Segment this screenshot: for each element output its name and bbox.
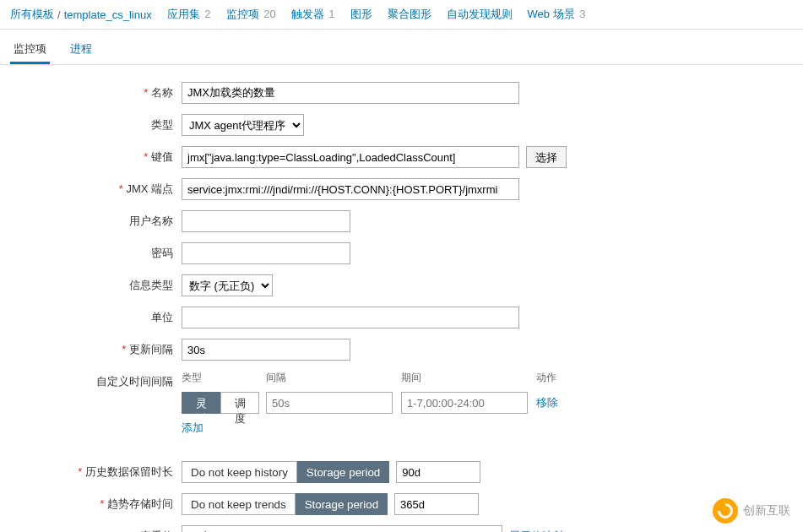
header-nav: 所有模板 / template_cs_linux 应用集 2 监控项 20 触发… (0, 0, 803, 30)
label-name: 名称 (0, 82, 182, 100)
label-interval: 更新间隔 (0, 339, 182, 357)
input-username[interactable] (182, 210, 350, 232)
nav-discovery[interactable]: 自动发现规则 (447, 7, 513, 22)
select-show-value[interactable]: 不变 (182, 525, 502, 532)
nav-triggers[interactable]: 触发器 1 (291, 7, 335, 22)
breadcrumb-all-templates[interactable]: 所有模板 (10, 7, 54, 22)
label-info-type: 信息类型 (0, 274, 182, 293)
tab-item[interactable]: 监控项 (10, 36, 50, 64)
custom-interval-head-interval: 间隔 (266, 371, 401, 385)
label-username: 用户名称 (0, 210, 182, 229)
logo: 创新互联 (713, 498, 790, 524)
select-info-type[interactable]: 数字 (无正负) (182, 274, 273, 296)
input-name[interactable] (182, 82, 519, 104)
remove-interval-link[interactable]: 移除 (536, 395, 558, 410)
select-type[interactable]: JMX agent代理程序 (182, 114, 304, 136)
history-storage-button[interactable]: Storage period (297, 461, 389, 483)
show-value-mapping-link[interactable]: 展示值映射 (509, 529, 564, 532)
interval-type-scheduling-button[interactable]: 调度 (220, 392, 259, 414)
trends-storage-button[interactable]: Storage period (296, 493, 388, 515)
custom-interval-head-action: 动作 (536, 371, 587, 385)
logo-text: 创新互联 (743, 503, 790, 518)
breadcrumb-template-name[interactable]: template_cs_linux (64, 8, 152, 21)
custom-interval-head-period: 期间 (401, 371, 536, 385)
label-units: 单位 (0, 307, 182, 325)
nav-graphs[interactable]: 图形 (350, 7, 372, 22)
input-key[interactable] (182, 146, 519, 168)
history-no-keep-button[interactable]: Do not keep history (182, 461, 297, 483)
label-history: 历史数据保留时长 (0, 461, 182, 480)
label-custom-interval: 自定义时间间隔 (0, 371, 182, 389)
nav-web[interactable]: Web 场景 3 (528, 7, 586, 22)
input-custom-interval-value[interactable] (266, 392, 393, 414)
input-interval[interactable] (182, 339, 350, 361)
form: 名称 类型 JMX agent代理程序 键值 选择 JMX 端点 用户名称 密码… (0, 65, 803, 532)
custom-interval-head-type: 类型 (182, 371, 266, 385)
tabs: 监控项 进程 (0, 30, 803, 65)
nav-appset[interactable]: 应用集 2 (167, 7, 211, 22)
interval-type-flex-button[interactable]: 灵活 (182, 392, 220, 414)
label-key: 键值 (0, 146, 182, 165)
add-interval-link[interactable]: 添加 (182, 421, 203, 434)
select-key-button[interactable]: 选择 (526, 146, 567, 168)
label-password: 密码 (0, 242, 182, 261)
nav-items[interactable]: 监控项 20 (226, 7, 276, 22)
input-password[interactable] (182, 242, 350, 264)
input-jmx-endpoint[interactable] (182, 178, 519, 200)
label-trends: 趋势存储时间 (0, 493, 182, 512)
tab-process[interactable]: 进程 (67, 36, 95, 64)
trends-no-keep-button[interactable]: Do not keep trends (182, 493, 296, 515)
breadcrumb-separator: / (57, 8, 61, 21)
input-trends-value[interactable] (394, 493, 479, 515)
input-custom-interval-period[interactable] (401, 392, 528, 414)
nav-screens[interactable]: 聚合图形 (388, 7, 431, 22)
label-show-value: 查看值 (0, 525, 182, 532)
label-jmx-endpoint: JMX 端点 (0, 178, 182, 197)
label-type: 类型 (0, 114, 182, 133)
input-units[interactable] (182, 307, 519, 328)
logo-icon (713, 498, 738, 524)
input-history-value[interactable] (396, 461, 480, 483)
